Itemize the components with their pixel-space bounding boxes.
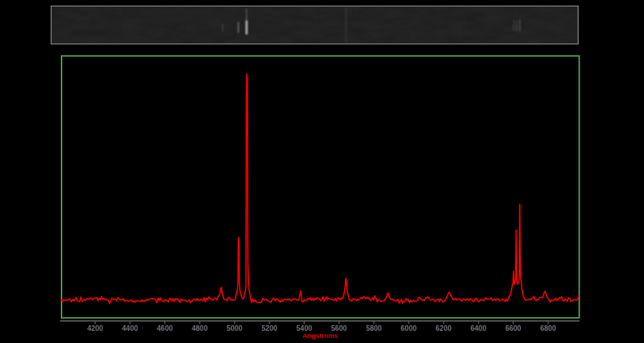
- svg-text:6000: 6000: [401, 324, 417, 332]
- svg-text:5800: 5800: [366, 324, 382, 332]
- svg-text:6200: 6200: [436, 324, 452, 332]
- svg-text:4600: 4600: [157, 324, 173, 332]
- svg-text:5200: 5200: [261, 324, 278, 332]
- svg-text:6800: 6800: [540, 324, 557, 332]
- svg-text:5600: 5600: [331, 324, 348, 332]
- svg-text:4200: 4200: [87, 324, 104, 332]
- svg-text:6400: 6400: [470, 324, 487, 332]
- svg-text:Angstroms: Angstroms: [303, 332, 338, 339]
- svg-text:5000: 5000: [227, 324, 243, 332]
- svg-text:4400: 4400: [122, 324, 139, 332]
- svg-text:4800: 4800: [192, 324, 208, 332]
- svg-text:5400: 5400: [296, 324, 313, 332]
- svg-text:6600: 6600: [505, 324, 522, 332]
